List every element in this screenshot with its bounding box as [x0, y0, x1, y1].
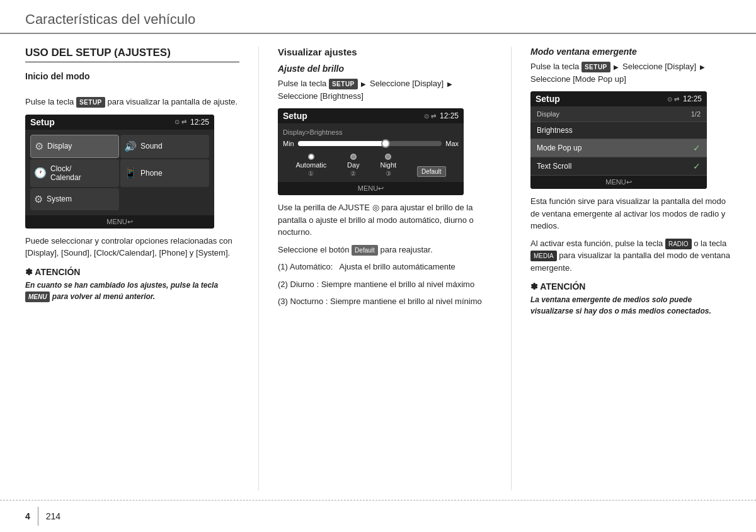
setup-menu-bottom-2: MENU↩	[278, 182, 464, 195]
page-title: Características del vehículo	[25, 11, 195, 27]
attention-title-left: ✽ ATENCIÓN	[25, 267, 239, 277]
popup-row-modepopup[interactable]: Mode Pop up ✓	[530, 139, 707, 157]
phone-icon: 📱	[124, 167, 137, 179]
page-section: 4	[25, 511, 30, 521]
setup-header-3: Setup ⊙ ⇄ 12:25	[530, 91, 707, 106]
slider-thumb[interactable]	[381, 139, 390, 148]
setup-title-1: Setup	[30, 117, 55, 127]
page-num: 214	[46, 511, 60, 521]
col-divider-2	[511, 47, 512, 490]
option-night[interactable]: Night ③	[380, 154, 396, 177]
textscroll-check: ✓	[693, 161, 701, 171]
dot-automatic	[308, 154, 314, 160]
modo-ventana-title: Modo ventana emergente	[530, 47, 731, 57]
slider-row: Min Max	[283, 140, 459, 147]
menu-item-phone[interactable]: 📱 Phone	[120, 159, 209, 187]
right-attention: ✽ ATENCIÓN La ventana emergente de medio…	[530, 281, 731, 317]
col-divider-1	[258, 47, 259, 490]
setup-screen-3: Setup ⊙ ⇄ 12:25 Display 1/2 Brightness M…	[530, 91, 707, 189]
slider-max-label: Max	[445, 140, 459, 147]
menu-item-sound[interactable]: 🔊 Sound	[120, 135, 209, 158]
popup-row-brightness[interactable]: Brightness	[530, 122, 707, 139]
popup-section: Display 1/2 Brightness Mode Pop up ✓ Tex…	[530, 106, 707, 176]
setup-menu-bottom-3: MENU↩	[530, 176, 707, 189]
main-section-title: USO DEL SETUP (AJUSTES)	[25, 47, 239, 62]
setup-button-label: SETUP	[76, 97, 105, 108]
mid-list-3: (3) Nocturno : Siempre mantiene el brill…	[278, 295, 492, 308]
attention-text-right: La ventana emergente de medios solo pued…	[530, 294, 731, 317]
dot-night	[385, 154, 391, 160]
radio-button-label: RADIO	[665, 239, 692, 249]
dot-day	[350, 154, 357, 160]
setup-menu: ⚙ Display 🔊 Sound 🕐 Clock/Calendar 📱 Pho…	[25, 130, 214, 215]
setup-time-3: 12:25	[683, 94, 702, 103]
attention-title-right: ✽ ATENCIÓN	[530, 281, 731, 291]
page-number: 4 214	[25, 507, 60, 526]
modepopup-check: ✓	[693, 143, 701, 153]
right-para3: Al activar esta función, pulse la tecla …	[530, 237, 731, 274]
left-attention: ✽ ATENCIÓN En cuanto se han cambiado los…	[25, 267, 239, 302]
popup-row-display: Display 1/2	[530, 106, 707, 122]
option-num-1: ①	[308, 170, 314, 177]
option-automatic[interactable]: Automatic ①	[295, 154, 326, 177]
menu-item-display[interactable]: ⚙ Display	[30, 135, 119, 158]
mid-para1: Pulse la tecla SETUP ▶ Seleccione [Displ…	[278, 77, 492, 102]
setup-header-1: Setup ⊙ ⇄ 12:25	[25, 115, 214, 130]
ajuste-brillo-title: Ajuste del brillo	[278, 64, 492, 74]
arrow-mid-1: ▶	[361, 79, 366, 89]
brightness-path: Display>Brightness	[283, 128, 459, 136]
brightness-section: Display>Brightness Min Max Automatic ①	[278, 123, 464, 182]
setup-menu-bottom-1: MENU↩	[25, 215, 214, 229]
system-icon: ⚙	[34, 193, 43, 205]
right-para1: Pulse la tecla SETUP ▶ Seleccione [Displ…	[530, 60, 731, 85]
display-icon: ⚙	[35, 140, 43, 152]
page-footer: 4 214	[0, 500, 756, 532]
right-para2: Esta función sirve para visualizar la pa…	[530, 195, 731, 232]
col-mid: Visualizar ajustes Ajuste del brillo Pul…	[278, 47, 492, 490]
setup-screen-1: Setup ⊙ ⇄ 12:25 ⚙ Display 🔊 Sound 🕐 Cloc…	[25, 115, 214, 229]
menu-button-label: MENU	[25, 291, 50, 302]
mid-para2: Use la perilla de AJUSTE ◎ para ajustar …	[278, 201, 492, 239]
inicio-del-modo-title: Inicio del modo	[25, 71, 239, 81]
setup-button-right: SETUP	[581, 62, 610, 72]
setup-icons-3: ⊙ ⇄	[667, 96, 679, 103]
setup-screen-2: Setup ⊙ ⇄ 12:25 Display>Brightness Min M…	[278, 108, 464, 195]
slider-track[interactable]	[298, 141, 442, 146]
slider-fill	[298, 141, 384, 146]
setup-icons-2: ⊙ ⇄	[424, 113, 436, 120]
textscroll-label: Text Scroll	[537, 162, 571, 171]
option-day[interactable]: Day ②	[347, 154, 360, 177]
setup-icons-1: ⊙ ⇄	[175, 118, 186, 125]
popup-row-textscroll[interactable]: Text Scroll ✓	[530, 157, 707, 176]
option-num-3: ③	[386, 170, 391, 177]
slider-min-label: Min	[283, 140, 294, 147]
option-num-2: ②	[350, 170, 356, 177]
arrow-mid-2: ▶	[447, 79, 452, 89]
menu-item-clock[interactable]: 🕐 Clock/Calendar	[30, 159, 119, 187]
main-content: USO DEL SETUP (AJUSTES) Inicio del modo …	[0, 34, 756, 490]
attention-text-left: En cuanto se han cambiado los ajustes, p…	[25, 280, 239, 302]
brightness-label: Brightness	[537, 126, 573, 135]
brightness-options: Automatic ① Day ② Night ③ Default	[283, 154, 459, 177]
sound-icon: 🔊	[124, 140, 137, 152]
mid-list-1: (1) Automático: Ajusta el brillo automát…	[278, 261, 492, 273]
clock-icon: 🕐	[34, 167, 47, 179]
page-header: Características del vehículo	[0, 0, 756, 34]
menu-item-system[interactable]: ⚙ System	[30, 188, 119, 210]
setup-time-2: 12:25	[440, 111, 459, 120]
left-para2: Puede seleccionar y controlar opciones r…	[25, 235, 239, 259]
arrow-right-2: ▶	[700, 62, 705, 72]
setup-button-mid: SETUP	[329, 79, 358, 89]
visualizar-title: Visualizar ajustes	[278, 47, 492, 57]
setup-time-1: 12:25	[190, 118, 209, 127]
default-btn[interactable]: Default	[417, 166, 446, 177]
default-button-inline: Default	[352, 245, 378, 256]
arrow-right-1: ▶	[614, 62, 619, 72]
setup-title-2: Setup	[283, 111, 307, 121]
setup-header-2: Setup ⊙ ⇄ 12:25	[278, 108, 464, 123]
display-label: Display	[537, 110, 559, 118]
footer-divider	[38, 507, 38, 526]
left-para1: Pulse la tecla SETUP para visualizar la …	[25, 96, 239, 108]
mid-list-2: (2) Diurno : Siempre mantiene el brillo …	[278, 278, 492, 291]
mid-para3: Seleccione el botón Default para reajust…	[278, 244, 492, 256]
